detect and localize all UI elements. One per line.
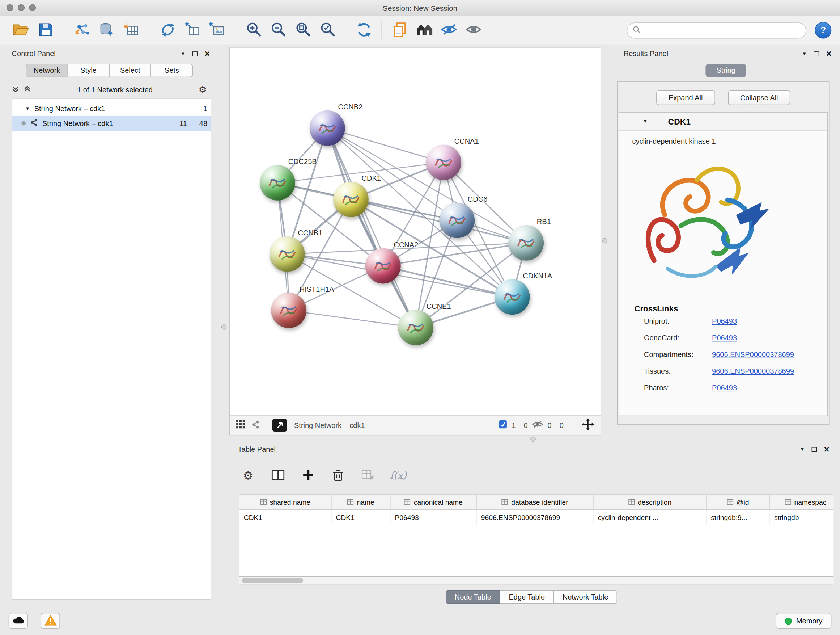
function-builder-button[interactable]: f(x) [390,470,407,481]
apply-layout-button[interactable] [351,19,376,42]
panel-float-icon[interactable] [814,51,819,56]
column-header[interactable]: name [332,495,391,509]
table-cell[interactable]: P06493 [391,510,477,524]
panel-float-icon[interactable] [812,447,817,451]
table-cell[interactable]: cyclin-dependent ... [594,510,706,524]
panel-menu-icon[interactable]: ▼ [802,51,807,56]
cloud-status-button[interactable] [9,613,28,629]
caret-down-icon[interactable]: ▼ [643,119,647,124]
import-network-database-button[interactable] [95,19,119,42]
network-collection-row[interactable]: ▼ String Network – cdk1 1 [12,101,210,116]
table-from-selection-button[interactable] [180,19,205,42]
zoom-out-button[interactable] [266,19,291,42]
crosslink-link[interactable]: P06493 [712,318,737,325]
crosslink-link[interactable]: P06493 [712,334,737,342]
network-node-ccne1[interactable] [398,310,433,345]
tab-network-table[interactable]: Network Table [554,590,617,603]
select-columns-button[interactable] [270,467,286,483]
zoom-in-button[interactable] [241,19,265,42]
network-row-selected[interactable]: String Network – cdk1 11 48 [12,116,210,131]
crosslink-link[interactable]: 9606.ENSP00000378699 [712,351,794,359]
network-canvas[interactable]: CCNB2CCNA1CDC25BCDK1CDC6RB1CCNB1CCNA2CDK… [230,48,600,415]
help-button[interactable]: ? [815,22,831,39]
table-horizontal-scrollbar[interactable] [239,576,834,584]
collapse-all-button[interactable]: Collapse All [728,90,790,105]
right-splitter-handle[interactable] [602,238,608,244]
gear-icon[interactable]: ⚙ [199,85,207,94]
column-header[interactable]: description [594,495,706,509]
clear-table-button[interactable] [360,467,376,483]
search-input[interactable] [645,27,801,35]
window-zoom-button[interactable] [29,4,36,11]
panel-float-icon[interactable] [193,51,198,56]
panel-menu-icon[interactable]: ▼ [800,447,805,451]
tab-select[interactable]: Select [110,64,151,77]
column-header[interactable]: shared name [240,495,332,509]
zoom-selected-button[interactable] [315,19,340,42]
panel-close-icon[interactable]: × [824,445,829,454]
network-from-selection-button[interactable] [155,19,180,42]
network-node-hist1h1a[interactable] [271,293,306,328]
hidden-eye-slash-icon[interactable] [532,420,543,430]
horizontal-splitter-handle[interactable] [531,436,536,442]
show-all-button[interactable] [461,19,486,42]
caret-down-icon[interactable]: ▼ [25,106,30,111]
network-node-cdk1[interactable] [333,182,369,217]
column-header[interactable]: database identifier [477,495,594,509]
crosslink-link[interactable]: P06493 [712,384,737,392]
open-session-button[interactable] [9,19,33,42]
window-minimize-button[interactable] [18,4,25,11]
export-image-button[interactable] [205,19,229,42]
table-cell[interactable]: CDK1 [240,510,332,524]
delete-column-button[interactable] [330,467,346,483]
window-close-button[interactable] [6,4,13,11]
network-node-ccnb2[interactable] [309,111,345,146]
expand-all-button[interactable]: Expand All [656,90,715,105]
panel-menu-icon[interactable]: ▼ [180,51,185,56]
detach-view-button[interactable] [272,419,287,432]
crosslink-link[interactable]: 9606.ENSP00000378699 [712,367,794,375]
tab-node-table[interactable]: Node Table [446,590,500,603]
home-button[interactable] [412,19,437,42]
table-cell[interactable]: 9606.ENSP00000378699 [477,510,594,524]
warnings-button[interactable] [41,613,60,629]
network-node-rb1[interactable] [508,225,544,261]
table-cell[interactable]: stringdb [770,510,834,524]
pan-crosshair-icon[interactable] [582,418,594,432]
tab-style[interactable]: Style [68,64,110,77]
protocols-button[interactable] [387,19,412,42]
tab-edge-table[interactable]: Edge Table [500,590,554,603]
network-node-ccna2[interactable] [365,249,401,284]
grid-view-icon[interactable] [236,420,245,431]
network-node-ccna1[interactable] [426,145,461,180]
panel-close-icon[interactable]: × [826,49,832,58]
expand-all-icon[interactable] [24,85,31,94]
column-header[interactable]: canonical name [391,495,477,509]
gene-section-header[interactable]: ▼ CDK1 [619,112,827,131]
scrollbar-thumb[interactable] [242,578,303,583]
column-header[interactable]: namespac [770,495,834,509]
zoom-fit-button[interactable] [291,19,315,42]
tab-sets[interactable]: Sets [151,64,193,77]
hide-selected-button[interactable] [437,19,461,42]
network-node-cdkn1a[interactable] [494,279,530,315]
string-results-tab[interactable]: String [706,64,746,77]
network-node-cdc6[interactable] [439,203,475,238]
left-splitter-handle[interactable] [221,325,227,330]
memory-button[interactable]: Memory [776,613,832,629]
import-network-file-button[interactable] [70,19,95,42]
import-table-file-button[interactable] [119,19,144,42]
network-node-cdc25b[interactable] [260,165,295,201]
network-node-ccnb1[interactable] [270,236,305,272]
save-session-button[interactable] [33,19,58,42]
table-cell[interactable]: CDK1 [332,510,391,524]
panel-close-icon[interactable]: × [205,49,210,58]
birdseye-view-icon[interactable] [251,420,260,430]
selected-checkbox-icon[interactable] [498,420,507,431]
table-options-button[interactable]: ⚙ [240,467,256,483]
tab-network[interactable]: Network [26,64,68,77]
collapse-all-icon[interactable] [12,85,19,94]
table-cell[interactable]: stringdb:9... [706,510,770,524]
new-column-button[interactable] [300,467,316,483]
column-header[interactable]: @id [706,495,770,509]
